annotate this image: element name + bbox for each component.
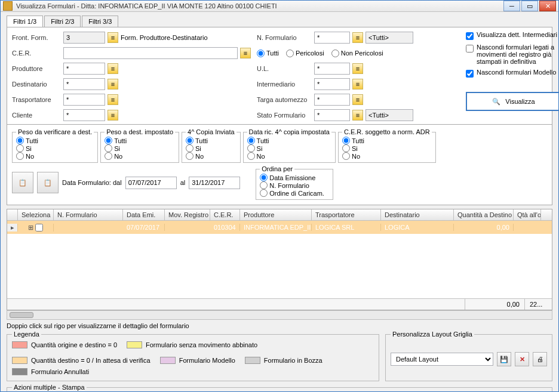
chk-intermediari[interactable]: Visualizza dett. Intermediari [466,31,559,40]
close-button[interactable]: ✕ [539,1,556,11]
chk-nascondi-modello[interactable]: Nascondi formulari Modello [466,69,559,78]
ul-input[interactable] [314,63,350,75]
pv-tutti[interactable]: Tutti [16,137,89,144]
intermediario-input[interactable] [314,78,350,90]
radio-pericolosi[interactable]: Pericolosi [286,50,324,57]
pd-si[interactable]: Si [105,144,170,152]
table-row[interactable]: ▸ ⊞ 07/07/2017 010304 INFORMATICA EDP_II… [7,221,552,234]
label-frontform: Front. Form. [12,34,61,41]
row-checkbox[interactable] [35,224,43,232]
visualizza-button[interactable]: 🔍 Visualizza [466,92,559,111]
produttore-lookup-icon[interactable]: ≡ [108,63,118,74]
pv-no[interactable]: No [16,152,89,160]
label-ul: U.L. [257,65,312,72]
col-qtaorig[interactable]: Qtà all'o [514,209,541,220]
maximize-button[interactable]: ▭ [521,1,538,11]
tab-filtri-1[interactable]: Filtri 1/3 [7,16,43,27]
trasportatore-input[interactable] [63,94,105,106]
fs-dataric: Data ric. 4^ copia impostata Tutti Si No [243,128,336,163]
frontform-lookup-icon[interactable]: ≡ [108,32,118,43]
label-trasportatore: Trasportatore [12,96,61,103]
titlebar: Visualizza Formulari - Ditta: INFORMATIC… [1,1,558,12]
frontform-value [63,32,105,44]
label-cer: C.E.R. [12,50,61,57]
swatch-dark [12,368,27,375]
col-nformulario[interactable]: N. Formulario [54,209,123,220]
ord-nform[interactable]: N. Formulario [260,181,324,189]
tabstrip: Filtri 1/3 Filtri 2/3 Filtri 3/3 [1,12,558,27]
date-from[interactable] [125,177,177,189]
date-to[interactable] [189,177,240,189]
targa-input[interactable] [314,94,350,106]
c4-no[interactable]: No [186,152,232,160]
cer-lookup-icon[interactable]: ≡ [240,48,251,58]
adr-tutti[interactable]: Tutti [342,137,427,144]
personalizza-layout: Personalizza Layout Griglia Default Layo… [385,331,552,381]
cliente-input[interactable] [63,109,105,121]
footer-count: 22... [524,299,552,310]
c4-tutti[interactable]: Tutti [186,137,232,144]
dr-tutti[interactable]: Tutti [247,137,327,144]
pd-no[interactable]: No [105,152,170,160]
label-produttore: Produttore [12,65,61,72]
stato-opt [366,109,413,121]
stato-lookup-icon[interactable]: ≡ [352,110,363,121]
minimize-button[interactable]: ─ [503,1,520,11]
col-produttore[interactable]: Produttore [240,209,312,220]
nformulario-lookup-icon[interactable]: ≡ [352,32,363,43]
delete-icon: ✕ [520,356,525,363]
legenda: Legenda Quantità origine e destino = 0 F… [7,331,379,381]
magnifier-icon: 🔍 [492,98,500,106]
nformulario-input[interactable] [314,32,350,44]
pv-si[interactable]: Si [16,144,89,152]
col-expand[interactable] [7,209,18,220]
pd-tutti[interactable]: Tutti [105,137,170,144]
h-scrollbar[interactable] [7,310,552,320]
col-dataemi[interactable]: Data Emi. [123,209,165,220]
dr-no[interactable]: No [247,152,327,160]
col-qtadest[interactable]: Quantità a Destino [454,209,514,220]
chk-nascondi-registro[interactable]: Nascondi formulari legati a movimenti de… [466,44,559,65]
ord-dataemi[interactable]: Data Emissione [260,174,324,181]
col-movreg[interactable]: Mov. Registro [165,209,210,220]
print-layout-button[interactable]: 🖨 [533,352,547,366]
dr-si[interactable]: Si [247,144,327,152]
intermediario-lookup-icon[interactable]: ≡ [352,79,363,89]
ul-lookup-icon[interactable]: ≡ [352,63,363,74]
adr-si[interactable]: Si [342,144,427,152]
layout-select[interactable]: Default Layout [391,353,493,366]
col-cer[interactable]: C.E.R. [210,209,240,220]
label-destinatario: Destinatario [12,81,61,88]
col-trasportatore[interactable]: Trasportatore [312,209,381,220]
frontform-desc: Form. Produttore-Destinatario [121,34,208,41]
clipboard-out-icon[interactable]: 📋 [37,172,59,193]
actions-fieldset: Azioni multiple - Stampa 🖨Etc. ADR 🖨Form… [7,384,552,392]
tab-filtri-3[interactable]: Filtri 3/3 [82,16,118,27]
radio-nonpericolosi[interactable]: Non Pericolosi [331,50,383,57]
label-targa: Targa automezzo [257,96,312,103]
c4-si[interactable]: Si [186,144,232,152]
clipboard-in-icon[interactable]: 📋 [12,172,33,193]
radio-tutti[interactable]: Tutti [257,50,279,57]
adr-no[interactable]: No [342,152,427,160]
targa-lookup-icon[interactable]: ≡ [352,94,363,105]
delete-layout-button[interactable]: ✕ [515,352,529,366]
produttore-input[interactable] [63,63,105,75]
window-title: Visualizza Formulari - Ditta: INFORMATIC… [16,2,503,10]
col-seleziona[interactable]: Seleziona [18,209,54,220]
ord-caricam[interactable]: Ordine di Caricam. [260,189,324,197]
cliente-lookup-icon[interactable]: ≡ [108,110,118,121]
cer-input[interactable] [63,47,238,59]
label-cliente: Cliente [12,112,61,119]
tab-filtri-2[interactable]: Filtri 2/3 [44,16,81,27]
stato-input[interactable] [314,109,350,121]
destinatario-input[interactable] [63,78,105,90]
destinatario-lookup-icon[interactable]: ≡ [108,79,118,89]
col-destinatario[interactable]: Destinatario [381,209,454,220]
fs-pesodest: Peso a dest. impostato Tutti Si No [100,128,179,163]
fs-adr: C.E.R. soggetto a norm. ADR Tutti Si No [338,128,436,163]
swatch-yellow [127,341,142,348]
trasportatore-lookup-icon[interactable]: ≡ [108,94,118,105]
save-layout-button[interactable]: 💾 [497,352,511,366]
label-dataform: Data Formulario: dal [62,179,122,186]
